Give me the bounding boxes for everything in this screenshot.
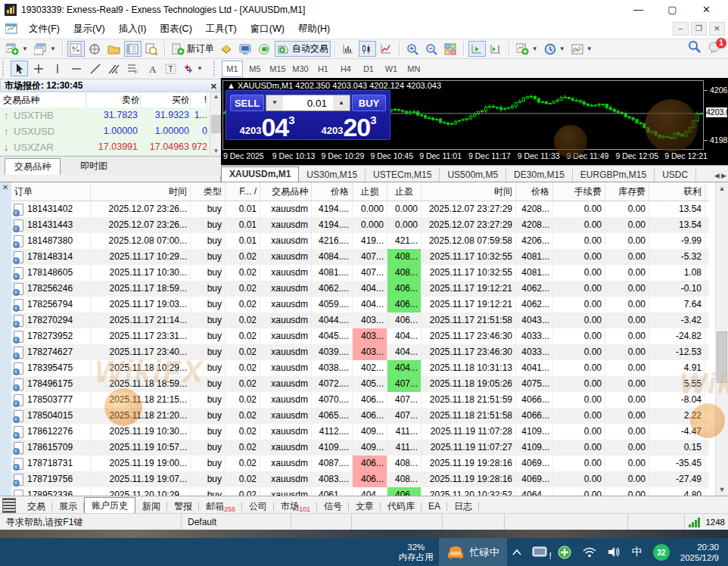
mw-column-2[interactable]: 买价 bbox=[142, 92, 191, 107]
scroll-up-icon[interactable]: ▲ bbox=[211, 93, 221, 100]
market-watch-row[interactable]: ↓USXZAR17.0399117.04963972 bbox=[0, 139, 210, 156]
terminal-tab-日志[interactable]: 日志 bbox=[447, 499, 479, 514]
bar-chart-button[interactable] bbox=[340, 41, 357, 57]
terminal-tab-文章[interactable]: 文章 bbox=[349, 499, 381, 514]
label-t-tool-button[interactable]: T bbox=[162, 61, 179, 76]
tile-windows-button[interactable] bbox=[442, 41, 459, 57]
orders-column-12[interactable]: 获利 bbox=[649, 182, 705, 201]
mw-column-3[interactable]: ! bbox=[192, 92, 207, 107]
chart-tab-DE30m[interactable]: DE30m,M15 bbox=[506, 168, 573, 182]
data-window-button[interactable] bbox=[86, 41, 104, 57]
ime-indicator[interactable]: 中 bbox=[627, 538, 648, 566]
market-watch-row[interactable]: ↑USXUSD1.000001.000000 bbox=[0, 123, 210, 140]
terminal-tab-信号[interactable]: 信号 bbox=[317, 499, 349, 514]
trendline-tool-button[interactable] bbox=[86, 61, 104, 76]
timeframe-M15[interactable]: M15 bbox=[267, 61, 288, 77]
terminal-tab-展示[interactable]: 展示 bbox=[52, 499, 84, 514]
orders-column-7[interactable]: 止盈 bbox=[387, 182, 422, 201]
dropdown-arrow-icon[interactable]: ▼ bbox=[559, 45, 565, 52]
arrows-tool-button[interactable]: ▼ bbox=[181, 61, 205, 76]
order-row[interactable]: 1789523362025.11.20 10:29...buy0.02xauus… bbox=[11, 487, 709, 496]
vline-tool-button[interactable] bbox=[48, 61, 66, 76]
market-watch-header[interactable]: 市场报价: 12:30:45✕ bbox=[0, 79, 221, 92]
cursor-tool-button[interactable] bbox=[11, 61, 28, 76]
chart-tab-US30m[interactable]: US30m,M15 bbox=[299, 168, 366, 182]
chart-tab-USTECm[interactable]: USTECm,M15 bbox=[366, 168, 440, 182]
zoom-in-button[interactable] bbox=[404, 41, 422, 57]
dropdown-arrow-icon[interactable]: ▼ bbox=[22, 45, 28, 52]
terminal-tab-公司[interactable]: 公司 bbox=[242, 499, 274, 514]
minimize-button[interactable]: — bbox=[621, 0, 655, 19]
line-chart-button[interactable] bbox=[378, 41, 395, 57]
templates-button[interactable]: ▼ bbox=[569, 41, 595, 57]
speaker-icon[interactable] bbox=[602, 538, 627, 566]
history-center-button[interactable] bbox=[218, 41, 235, 57]
market-watch-button[interactable] bbox=[67, 41, 85, 57]
orders-column-2[interactable]: 类型 bbox=[191, 182, 226, 201]
order-row[interactable]: 1782702942025.11.17 21:14...buy0.02xauus… bbox=[11, 313, 709, 328]
scrollbar-thumb[interactable] bbox=[211, 115, 221, 133]
chart-shift-button[interactable] bbox=[487, 41, 505, 57]
auto-scroll-button[interactable] bbox=[468, 41, 486, 57]
timeframe-M30[interactable]: M30 bbox=[290, 61, 311, 77]
order-row[interactable]: 1787187312025.11.19 19:00...buy0.02xauus… bbox=[11, 456, 709, 471]
terminal-tab-警报[interactable]: 警报 bbox=[167, 499, 199, 514]
order-row[interactable]: 1814873802025.12.08 07:00...buy0.01xauus… bbox=[11, 233, 709, 249]
menu-item-显[interactable]: 显示(V) bbox=[67, 20, 112, 39]
terminal-tab-EA[interactable]: EA bbox=[422, 499, 447, 514]
menu-item-文[interactable]: 文件(F) bbox=[22, 20, 67, 39]
timeframe-D1[interactable]: D1 bbox=[358, 61, 379, 77]
status-profile[interactable]: Default bbox=[182, 514, 291, 530]
orders-column-8[interactable]: 时间 bbox=[422, 182, 516, 201]
toolbar-grip[interactable] bbox=[2, 61, 8, 76]
timeframe-MN[interactable]: MN bbox=[403, 61, 425, 77]
order-row[interactable]: 1785037772025.11.18 21:15...buy0.02xauus… bbox=[11, 392, 709, 408]
timeframe-H4[interactable]: H4 bbox=[335, 61, 356, 77]
menu-item-工[interactable]: 工具(T) bbox=[199, 20, 244, 39]
dropdown-arrow-icon[interactable]: ▼ bbox=[50, 45, 56, 52]
terminal-tab-新闻[interactable]: 新闻 bbox=[135, 499, 167, 514]
periods-button[interactable]: ▼ bbox=[542, 41, 568, 57]
news-button[interactable] bbox=[256, 41, 273, 57]
zoom-out-button[interactable] bbox=[423, 41, 440, 57]
dropdown-arrow-icon[interactable]: ▼ bbox=[197, 65, 203, 72]
orders-column-1[interactable]: 时间 bbox=[91, 182, 191, 201]
timeframe-M1[interactable]: M1 bbox=[222, 61, 243, 77]
mdi-restore-button[interactable]: ❐ bbox=[691, 22, 707, 36]
orders-scrollbar[interactable]: ▲ ▼ bbox=[715, 182, 728, 496]
order-row[interactable]: 1784961752025.11.18 18:59...buy0.02xauus… bbox=[11, 376, 709, 392]
indicators-button[interactable]: ▼ bbox=[514, 41, 540, 57]
tray-expand-icon[interactable] bbox=[507, 538, 527, 566]
mdi-minimize-button[interactable]: – bbox=[673, 22, 689, 36]
timeframe-W1[interactable]: W1 bbox=[381, 61, 402, 77]
order-row[interactable]: 1782562462025.11.17 18:59...buy0.02xauus… bbox=[11, 281, 709, 297]
tray-display-icon[interactable]: ! bbox=[527, 538, 552, 566]
mw-tab-0[interactable]: 交易品种 bbox=[5, 158, 61, 175]
volume-value[interactable]: 0.01 bbox=[283, 98, 333, 109]
orders-column-10[interactable]: 手续费 bbox=[553, 182, 605, 201]
tray-antivirus-icon[interactable] bbox=[552, 538, 577, 566]
order-row[interactable]: 1782746272025.11.17 23:40...buy0.02xauus… bbox=[11, 344, 709, 360]
mdi-close-button[interactable]: ✕ bbox=[709, 22, 725, 36]
scrollbar-thumb[interactable] bbox=[717, 331, 727, 383]
scroll-up-icon[interactable]: ▲ bbox=[717, 183, 727, 194]
terminal-tab-账户历史[interactable]: 账户历史 bbox=[84, 497, 135, 514]
close-button[interactable]: ✕ bbox=[689, 0, 723, 19]
scroll-down-icon[interactable]: ▼ bbox=[717, 484, 727, 496]
scroll-down-icon[interactable]: ▼ bbox=[211, 148, 221, 154]
terminal-tab-代码库[interactable]: 代码库 bbox=[381, 499, 422, 514]
order-row[interactable]: 1781486052025.11.17 10:30...buy0.02xauus… bbox=[11, 265, 709, 281]
timeframe-M5[interactable]: M5 bbox=[244, 61, 266, 77]
market-watch-scrollbar[interactable]: ▲ ▼ bbox=[210, 92, 222, 155]
order-row[interactable]: 1814314432025.12.07 23:26...buy0.01xauus… bbox=[11, 217, 709, 233]
orders-column-0[interactable]: 订单 bbox=[11, 182, 91, 201]
memory-usage-indicator[interactable]: 32% 内存占用 bbox=[394, 538, 439, 566]
orders-column-5[interactable]: 价格 bbox=[312, 182, 353, 201]
sell-price[interactable]: 4203 04 3 bbox=[228, 112, 306, 139]
sell-button[interactable]: SELL bbox=[230, 95, 264, 111]
order-row[interactable]: 1782739522025.11.17 23:31...buy0.02xauus… bbox=[11, 328, 709, 344]
terminal-button[interactable] bbox=[124, 41, 142, 57]
volume-increase-icon[interactable]: ▲ bbox=[333, 95, 350, 110]
order-row[interactable]: 1787197562025.11.19 19:07...buy0.02xauus… bbox=[11, 471, 709, 487]
order-row[interactable]: 1781483142025.11.17 10:29...buy0.02xauus… bbox=[11, 249, 709, 265]
